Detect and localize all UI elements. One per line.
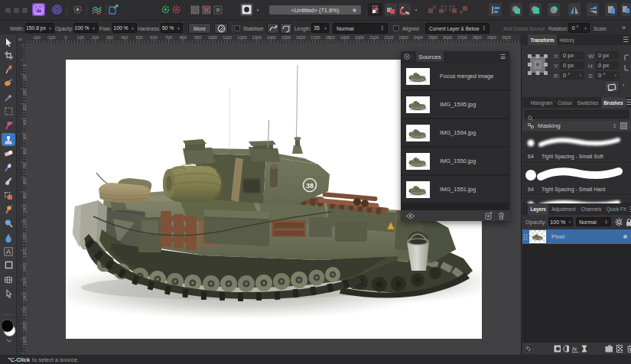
svg-text:38: 38	[306, 182, 314, 190]
svg-text:64: 64	[528, 187, 534, 192]
svg-text:Tight Spacing - Small Hard: Tight Spacing - Small Hard	[542, 187, 605, 193]
svg-text:Tight Spacing - Small Soft: Tight Spacing - Small Soft	[542, 154, 603, 160]
svg-text:A: A	[6, 248, 11, 255]
svg-text:fx: fx	[572, 345, 577, 352]
svg-text:64: 64	[528, 154, 534, 159]
